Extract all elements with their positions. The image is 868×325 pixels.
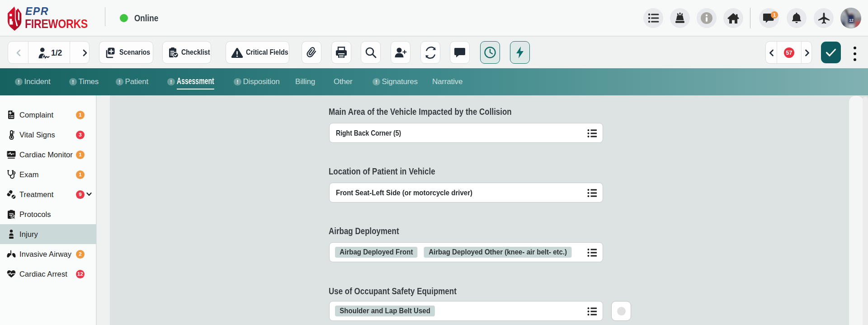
- svg-text:12: 12: [849, 18, 854, 23]
